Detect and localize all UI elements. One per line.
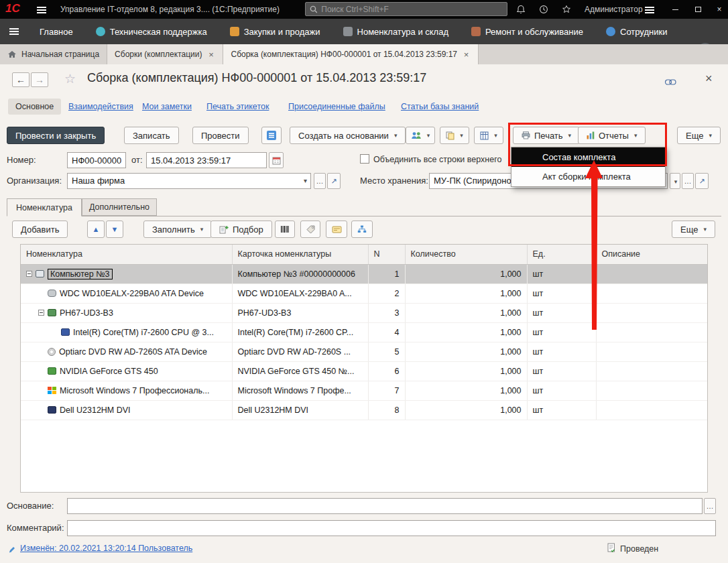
main-menu-icon[interactable] — [37, 6, 46, 15]
tools-settings-icon[interactable] — [645, 6, 654, 15]
comment-field[interactable] — [67, 520, 716, 536]
tab-close-icon[interactable] — [462, 50, 471, 59]
items-table[interactable]: Номенклатура Карточка номенклатуры N Кол… — [20, 244, 708, 493]
number-field[interactable] — [67, 152, 126, 168]
favorites-star-icon[interactable] — [562, 5, 571, 16]
collapse-expander-icon[interactable] — [38, 310, 44, 316]
nav-back-button[interactable]: ← — [12, 72, 29, 87]
cell-name: Intel(R) Core(TM) i7-2600 CPU @ 3... — [73, 328, 214, 337]
move-up-button[interactable]: ▲ — [87, 221, 105, 238]
storage-open-icon[interactable]: ↗ — [695, 173, 709, 189]
navlink-labels-print[interactable]: Печать этикеток — [206, 102, 269, 111]
merge-rows-checkbox[interactable] — [360, 154, 369, 164]
tab-nomenclature[interactable]: Номенклатура — [7, 198, 82, 216]
navlink-attached-files[interactable]: Присоединенные файлы — [288, 102, 385, 111]
table-row[interactable]: Intel(R) Core(TM) i7-2600 CPU @ 3... Int… — [21, 322, 708, 342]
tab-additional[interactable]: Дополнительно — [82, 198, 157, 216]
post-button[interactable]: Провести — [192, 127, 249, 144]
menu-item-kit-contents[interactable]: Состав комплекта — [511, 147, 665, 167]
move-down-button[interactable]: ▼ — [106, 221, 123, 238]
col-nomenclature[interactable]: Номенклатура — [21, 245, 232, 264]
table-row[interactable]: NVIDIA GeForce GTS 450 NVIDIA GeForce GT… — [21, 361, 708, 381]
navlink-kb-articles[interactable]: Статьи базы знаний — [401, 102, 479, 111]
basis-choose-button[interactable]: … — [704, 498, 716, 514]
post-report-button[interactable] — [261, 127, 282, 144]
cell-name: NVIDIA GeForce GTS 450 — [60, 367, 158, 376]
tab-assemblies-list[interactable]: Сборки (комплектации) — [107, 44, 223, 64]
maximize-button[interactable] — [688, 0, 708, 19]
table-row[interactable]: PH67-UD3-B3 PH67-UD3-B3 3 1,000 шт — [21, 303, 708, 322]
navlink-main[interactable]: Основное — [8, 99, 61, 115]
sections-panel-icon[interactable] — [0, 19, 28, 44]
close-window-button[interactable]: × — [709, 0, 728, 19]
calendar-button[interactable] — [269, 152, 284, 168]
navlink-interactions[interactable]: Взаимодействия — [68, 102, 133, 111]
price-tag-button[interactable] — [300, 221, 320, 238]
storage-choose-button[interactable]: … — [682, 173, 694, 189]
reports-button[interactable]: Отчеты — [578, 127, 646, 144]
barcode-button[interactable] — [275, 221, 295, 238]
section-main[interactable]: Главное — [28, 19, 84, 44]
tab-home[interactable]: Начальная страница — [0, 44, 107, 64]
col-quantity[interactable]: Количество — [405, 245, 527, 264]
post-and-close-button[interactable]: Провести и закрыть — [7, 127, 105, 144]
favorite-star-icon[interactable]: ☆ — [64, 71, 76, 86]
collapse-expander-icon[interactable] — [26, 271, 32, 277]
close-document-icon[interactable]: × — [705, 72, 713, 86]
organization-combo[interactable]: Наша фирма — [67, 173, 311, 189]
tab-assembly-document[interactable]: Сборка (комплектация) НФ00-000001 от 15.… — [223, 44, 479, 64]
table-row[interactable]: Optiarc DVD RW AD-7260S ATA Device Optia… — [21, 342, 708, 361]
tab-close-icon[interactable] — [206, 50, 215, 59]
minimize-button[interactable] — [665, 0, 685, 19]
add-row-button[interactable]: Добавить — [12, 221, 68, 238]
col-n[interactable]: N — [368, 245, 405, 264]
history-clock-icon[interactable] — [539, 5, 548, 16]
fill-button[interactable]: Заполнить — [143, 221, 212, 238]
copy-split-button[interactable] — [440, 127, 469, 144]
cell-card: Intel(R) Core(TM) i7-2600 CP... — [232, 322, 368, 342]
table-settings-split-button[interactable] — [474, 127, 503, 144]
nav-forward-button[interactable]: → — [31, 72, 48, 87]
dvd-drive-icon — [48, 348, 56, 356]
section-tech-support[interactable]: Техническая поддержка — [84, 19, 219, 44]
card-icon — [332, 226, 342, 233]
table-row[interactable]: WDC WD10EALX-229BA0 ATA Device WDC WD10E… — [21, 284, 708, 303]
search-icon — [310, 5, 317, 13]
home-icon — [7, 50, 17, 58]
cell-desc — [596, 400, 708, 420]
cell-n: 1 — [368, 264, 405, 284]
table-row[interactable]: Компьютер №3 Компьютер №3 #00000000006 1… — [21, 264, 708, 284]
global-search[interactable] — [305, 2, 507, 16]
basis-field[interactable] — [67, 498, 703, 514]
menu-item-assembly-act[interactable]: Акт сборки комплекта — [511, 167, 665, 186]
create-based-on-button[interactable]: Создать на основании — [290, 127, 406, 144]
current-user-label[interactable]: Администратор — [585, 5, 643, 14]
more-button[interactable]: Еще — [677, 127, 721, 144]
modified-link[interactable]: Изменён: 20.02.2021 13:20:14 Пользовател… — [20, 544, 192, 553]
grid-more-button[interactable]: Еще — [672, 221, 715, 238]
date-field[interactable] — [146, 152, 267, 168]
save-button[interactable]: Записать — [124, 127, 179, 144]
section-nomenclature[interactable]: Номенклатура и склад — [332, 19, 460, 44]
print-button[interactable]: Печать — [513, 127, 580, 144]
card-scan-button[interactable] — [326, 221, 347, 238]
pick-button[interactable]: Подбор — [210, 221, 272, 238]
section-employees[interactable]: Сотрудники — [595, 19, 678, 44]
contacts-split-button[interactable] — [406, 127, 435, 144]
col-card[interactable]: Карточка номенклатуры — [232, 245, 368, 264]
col-unit[interactable]: Ед. — [527, 245, 596, 264]
col-description[interactable]: Описание — [596, 245, 708, 264]
search-input[interactable] — [321, 5, 503, 14]
structure-button[interactable] — [351, 221, 373, 238]
table-row[interactable]: Microsoft Windows 7 Профессиональ... Mic… — [21, 381, 708, 400]
get-link-icon[interactable] — [665, 76, 676, 88]
section-repair[interactable]: Ремонт и обслуживание — [460, 19, 595, 44]
cell-name: PH67-UD3-B3 — [60, 308, 113, 318]
storage-select-icon[interactable] — [673, 177, 678, 185]
notifications-bell-icon[interactable] — [516, 5, 526, 16]
navlink-notes[interactable]: Мои заметки — [142, 102, 192, 111]
table-row[interactable]: Dell U2312HM DVI Dell U2312HM DVI 8 1,00… — [21, 400, 708, 420]
organization-open-icon[interactable]: ↗ — [327, 173, 341, 189]
section-purchases[interactable]: Закупки и продажи — [219, 19, 332, 44]
organization-choose-button[interactable]: … — [314, 173, 326, 189]
